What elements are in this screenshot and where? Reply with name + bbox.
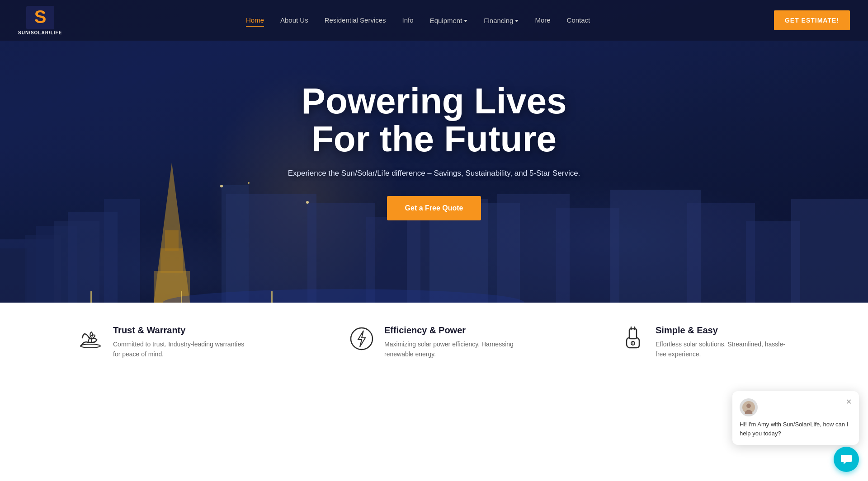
hero-title-line1: Powering Lives	[302, 81, 567, 121]
svg-rect-31	[271, 291, 273, 303]
navbar: S SUN/SOLAR/LIFE Home About Us Residenti…	[0, 0, 868, 41]
feature-simple: Simple & Easy Effortless solar solutions…	[619, 325, 791, 360]
svg-rect-8	[160, 248, 183, 273]
simple-text: Simple & Easy Effortless solar solutions…	[656, 325, 791, 360]
svg-rect-29	[90, 291, 92, 303]
efficiency-title: Efficiency & Power	[384, 325, 520, 336]
features-section: Trust & Warranty Committed to trust. Ind…	[0, 303, 868, 382]
efficiency-icon	[348, 325, 375, 352]
feature-efficiency: Efficiency & Power Maximizing solar powe…	[348, 325, 520, 360]
simple-description: Effortless solar solutions. Streamlined,…	[656, 339, 791, 360]
hero-content: Powering Lives For the Future Experience…	[279, 82, 590, 220]
svg-rect-12	[54, 221, 99, 303]
nav-link-equipment[interactable]: Equipment	[430, 17, 468, 24]
nav-item-about[interactable]: About Us	[280, 16, 308, 24]
trust-text: Trust & Warranty Committed to trust. Ind…	[113, 325, 249, 360]
efficiency-text: Efficiency & Power Maximizing solar powe…	[384, 325, 520, 360]
svg-marker-34	[358, 331, 365, 347]
svg-rect-35	[629, 329, 637, 339]
svg-rect-24	[791, 199, 868, 303]
nav-item-financing[interactable]: Financing	[484, 17, 519, 24]
svg-point-33	[351, 328, 373, 350]
svg-rect-14	[222, 185, 249, 303]
nav-link-more[interactable]: More	[535, 16, 550, 24]
efficiency-description: Maximizing solar power efficiency. Harne…	[384, 339, 520, 360]
feature-trust: Trust & Warranty Committed to trust. Ind…	[77, 325, 249, 360]
nav-item-more[interactable]: More	[535, 16, 550, 24]
trust-description: Committed to trust. Industry-leading war…	[113, 339, 249, 360]
nav-item-contact[interactable]: Contact	[567, 16, 590, 24]
svg-rect-5	[104, 199, 140, 303]
svg-point-26	[220, 185, 223, 187]
hero-title-line2: For the Future	[311, 119, 557, 159]
nav-link-home[interactable]: Home	[246, 16, 264, 27]
nav-link-financing[interactable]: Financing	[484, 17, 519, 24]
simple-icon	[619, 325, 646, 352]
chevron-down-icon-2	[515, 20, 519, 22]
get-quote-button[interactable]: Get a Free Quote	[387, 196, 481, 220]
trust-icon	[77, 325, 104, 352]
svg-rect-22	[687, 203, 755, 303]
svg-rect-30	[181, 291, 182, 303]
svg-text:S: S	[34, 7, 46, 27]
hero-section: Powering Lives For the Future Experience…	[0, 0, 868, 303]
nav-link-residential[interactable]: Residential Services	[325, 16, 386, 24]
hero-title: Powering Lives For the Future	[288, 82, 580, 158]
nav-links: Home About Us Residential Services Info …	[246, 16, 590, 24]
hero-subtitle: Experience the Sun/Solar/Life difference…	[288, 167, 580, 179]
chevron-down-icon	[464, 20, 467, 22]
logo[interactable]: S SUN/SOLAR/LIFE	[18, 6, 62, 35]
svg-point-27	[248, 182, 250, 184]
nav-item-equipment[interactable]: Equipment	[430, 17, 468, 24]
svg-rect-20	[556, 208, 619, 303]
brand-name: SUN/SOLAR/LIFE	[18, 30, 62, 35]
nav-item-info[interactable]: Info	[402, 16, 414, 24]
svg-rect-10	[0, 248, 27, 303]
nav-link-info[interactable]: Info	[402, 16, 414, 24]
svg-rect-9	[165, 230, 179, 251]
get-estimate-button[interactable]: GET ESTIMATE!	[774, 10, 850, 30]
nav-link-about[interactable]: About Us	[280, 16, 308, 24]
nav-link-contact[interactable]: Contact	[567, 16, 590, 24]
nav-item-home[interactable]: Home	[246, 16, 264, 24]
svg-point-32	[80, 344, 100, 348]
nav-item-residential[interactable]: Residential Services	[325, 16, 386, 24]
simple-title: Simple & Easy	[656, 325, 791, 336]
trust-title: Trust & Warranty	[113, 325, 249, 336]
